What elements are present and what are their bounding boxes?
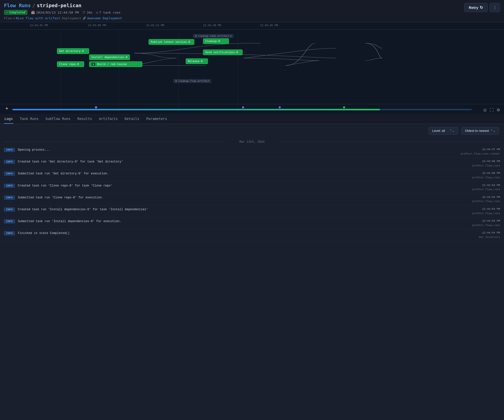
logs-toolbar: Level: all ⌃⌄ Oldest to newest ⌃⌄ (0, 124, 504, 138)
chevron-icon: ∨ (91, 63, 95, 66)
log-level-badge: INFO (4, 172, 15, 176)
timeline-footer: ✦ ◎ ⛶ ⚙ (0, 104, 504, 114)
log-meta: 12:44:53 PM prefect.flow_runs (472, 219, 500, 228)
log-entry: INFO Created task run 'Clone repo-0' for… (0, 182, 504, 194)
sort-chevron-icon: ⌃⌄ (490, 129, 495, 133)
log-source: Get directory (479, 235, 500, 240)
log-message: Submitted task run 'Get directory-0' for… (18, 171, 469, 176)
log-source: prefect.flow_runs (472, 223, 500, 228)
task-runs-value: 7 task runs (99, 11, 121, 14)
timeline-progress (12, 109, 380, 110)
log-level-badge: INFO (4, 196, 15, 200)
tab-task-runs-label: Task Runs (20, 117, 39, 121)
log-source: prefect.flow_runs.runner (461, 152, 500, 156)
artifact-copy-icon: ⎘ (230, 35, 232, 37)
artifact-icon2: ☰ (175, 80, 177, 82)
node-install-deps[interactable]: Install dependencies-0 (89, 54, 130, 60)
tab-details-label: Details (125, 117, 139, 121)
build-label: Build / red-toucan (97, 63, 127, 66)
log-meta: 12:44:47 PM prefect.flow_runs.runner (461, 147, 500, 156)
flow-link[interactable]: ⇄ Nice flow with artifact (13, 16, 60, 20)
log-time: 12:44:47 PM (461, 147, 500, 152)
level-filter-dropdown[interactable]: Level: all ⌃⌄ (428, 127, 458, 135)
timeline-target-button[interactable]: ◎ (483, 108, 487, 112)
log-time: 12:44:53 PM (472, 207, 500, 211)
log-level-badge: INFO (4, 219, 15, 223)
level-chevron-icon: ⌃⌄ (450, 129, 454, 133)
sort-order-dropdown[interactable]: Oldest to newest ⌃⌄ (461, 127, 499, 135)
log-time: 12:44:53 PM (472, 195, 500, 200)
timeline-scrubber[interactable] (12, 109, 472, 110)
timeline-dot-1 (95, 106, 97, 108)
run-name: striped-pelican (37, 2, 81, 8)
node-get-directory[interactable]: Get directory-0 (57, 48, 89, 54)
header-meta: ✓ Completed 📅 2024/03/13 12:44:50 PM ⏱ 3… (4, 10, 500, 15)
tab-artifacts-label: Artifacts (99, 117, 118, 121)
time-label-4: 12:45:45 PM (260, 24, 278, 27)
graph-area: Get directory-0 Install dependencies-0 C… (0, 30, 504, 104)
header-actions: Retry ↻ ⋮ (464, 3, 500, 12)
timeline-sparkle-button[interactable]: ✦ (4, 105, 10, 112)
node-send-notif[interactable]: Send notifications-0 (203, 49, 243, 55)
tab-details[interactable]: Details (124, 114, 140, 124)
log-entry: INFO Finished in state Completed() 12:44… (0, 229, 504, 241)
log-time: 12:44:53 PM (472, 219, 500, 223)
log-time: 12:44:50 PM (472, 171, 500, 176)
log-message: Created task run 'Get directory-0' for t… (18, 159, 469, 164)
log-meta: 12:44:53 PM prefect.flow_runs (472, 207, 500, 216)
tab-subflow-runs-label: Subflow Runs (46, 117, 71, 121)
timeline-controls: ✦ (4, 105, 10, 112)
check-icon: ✓ (6, 11, 8, 14)
log-level-badge: INFO (4, 184, 15, 188)
timeline-graph: 12:44:45 PM 12:45:00 PM 12:45:15 PM 12:4… (0, 22, 504, 114)
timeline-dot-2 (242, 106, 244, 108)
run-duration-value: 34s (87, 11, 92, 14)
timeline-settings-button[interactable]: ⚙ (497, 108, 500, 112)
log-level-badge: INFO (4, 208, 15, 211)
log-source: prefect.flow_runs (472, 176, 500, 180)
node-release[interactable]: Release-0 (186, 58, 208, 64)
tab-subflow-runs[interactable]: Subflow Runs (45, 114, 71, 124)
artifact-tag-label: cleanup-task-artifact (198, 35, 229, 37)
tab-parameters[interactable]: Parameters (146, 114, 168, 124)
node-publish[interactable]: Publish latest version-0 (149, 39, 194, 45)
timeline-dot-4 (343, 106, 345, 108)
node-clone-repo[interactable]: Clone repo-0 (57, 61, 84, 67)
calendar-icon: 📅 (31, 11, 35, 14)
tab-task-runs[interactable]: Task Runs (19, 114, 39, 124)
tab-artifacts[interactable]: Artifacts (99, 114, 118, 124)
log-entry: INFO Submitted task run 'Clone repo-0' f… (0, 194, 504, 206)
log-message: Created task run 'Clone repo-0' for task… (18, 183, 469, 188)
log-meta: 12:44:50 PM prefect.flow_runs (472, 159, 500, 168)
tabs-bar: Logs Task Runs Subflow Runs Results Arti… (0, 114, 504, 124)
run-duration: ⏱ 34s (82, 11, 92, 14)
get-directory-label: Get directory-0 (59, 49, 84, 53)
log-source: prefect.flow_runs (472, 211, 500, 216)
flow-label: Flow (4, 16, 12, 20)
publish-label: Publish latest version-0 (151, 40, 190, 44)
node-build[interactable]: ∨ Build / red-toucan (89, 61, 142, 67)
artifact-icon: ☰ (195, 35, 197, 37)
deployment-link[interactable]: 🔗 Awesome Deployment (83, 16, 122, 20)
flow-runs-link[interactable]: Flow Runs (4, 2, 31, 8)
tab-results[interactable]: Results (77, 114, 93, 124)
tab-parameters-label: Parameters (146, 117, 167, 121)
more-options-button[interactable]: ⋮ (490, 3, 500, 12)
tab-logs[interactable]: Logs (4, 114, 13, 124)
deployment-label: Deployment (62, 16, 81, 20)
deployment-icon: 🔗 (83, 17, 86, 20)
retry-button[interactable]: Retry ↻ (464, 3, 488, 12)
clock-icon: ⏱ (82, 11, 85, 14)
timeline-expand-button[interactable]: ⛶ (490, 108, 494, 112)
log-level-badge: INFO (4, 231, 15, 235)
title-separator: / (32, 2, 35, 8)
log-message: Submitted task run 'Clone repo-0' for ex… (18, 195, 469, 200)
timeline-right-controls: ◎ ⛶ ⚙ (483, 108, 500, 112)
cleanup-flow-artifact-tag: ☰ cleanup-flow-artifact (173, 79, 211, 83)
time-label-1: 12:45:00 PM (88, 24, 106, 27)
node-cleanup[interactable]: Cleanup-0 (203, 38, 229, 44)
log-source: prefect.flow_runs (472, 199, 500, 204)
run-date-value: 2024/03/13 12:44:50 PM (36, 11, 79, 14)
log-time: 12:44:54 PM (479, 231, 500, 235)
retry-icon: ↻ (480, 5, 483, 10)
